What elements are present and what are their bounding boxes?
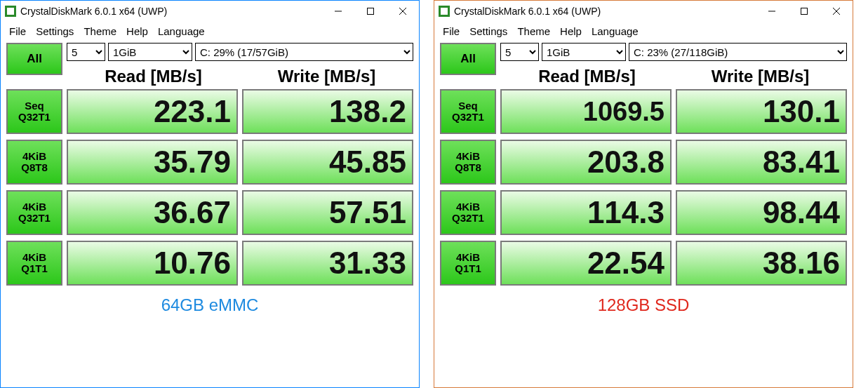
menu-theme[interactable]: Theme	[79, 24, 121, 39]
titlebar[interactable]: CrystalDiskMark 6.0.1 x64 (UWP)	[434, 1, 853, 22]
4kib-q1t1-write: 38.16	[676, 241, 847, 286]
menu-language[interactable]: Language	[154, 24, 209, 39]
run-all-button[interactable]: All	[6, 43, 62, 75]
4kib-q1t1-button[interactable]: 4KiB Q1T1	[6, 241, 62, 286]
seq-q32t1-write: 130.1	[676, 89, 847, 134]
4kib-q8t8-button[interactable]: 4KiB Q8T8	[440, 140, 496, 185]
caption-label: 64GB eMMC	[6, 295, 413, 315]
window-title: CrystalDiskMark 6.0.1 x64 (UWP)	[454, 6, 601, 17]
runs-select[interactable]: 5	[500, 43, 539, 61]
menubar: File Settings Theme Help Language	[1, 22, 419, 40]
write-header: Write [MB/s]	[240, 67, 413, 86]
4kib-q32t1-write: 98.44	[676, 190, 847, 235]
seq-q32t1-button[interactable]: Seq Q32T1	[6, 89, 62, 134]
menu-language[interactable]: Language	[587, 24, 643, 39]
svg-rect-5	[801, 8, 808, 15]
menubar: File Settings Theme Help Language	[434, 22, 853, 40]
window-crystaldiskmark-right: CrystalDiskMark 6.0.1 x64 (UWP) File Set…	[434, 0, 853, 388]
4kib-q8t8-read: 35.79	[67, 140, 238, 185]
seq-q32t1-read: 223.1	[67, 89, 238, 134]
caption-label: 128GB SSD	[440, 295, 847, 315]
maximize-button[interactable]	[788, 1, 820, 22]
4kib-q32t1-button[interactable]: 4KiB Q32T1	[6, 190, 62, 235]
maximize-button[interactable]	[354, 1, 387, 22]
app-icon	[439, 6, 450, 17]
4kib-q32t1-write: 57.51	[242, 190, 413, 235]
4kib-q32t1-read: 36.67	[67, 190, 238, 235]
read-header: Read [MB/s]	[500, 67, 674, 86]
4kib-q1t1-read: 22.54	[500, 241, 672, 286]
4kib-q1t1-write: 31.33	[242, 241, 413, 286]
run-all-button[interactable]: All	[440, 43, 496, 75]
read-header: Read [MB/s]	[67, 67, 240, 86]
window-crystaldiskmark-left: CrystalDiskMark 6.0.1 x64 (UWP) File Set…	[0, 0, 420, 388]
close-button[interactable]	[387, 1, 419, 22]
menu-file[interactable]: File	[5, 24, 30, 39]
menu-help[interactable]: Help	[122, 24, 152, 39]
4kib-q8t8-read: 203.8	[500, 140, 672, 185]
drive-select[interactable]: C: 23% (27/118GiB)	[629, 43, 847, 61]
minimize-button[interactable]	[322, 1, 354, 22]
menu-settings[interactable]: Settings	[465, 24, 512, 39]
4kib-q8t8-write: 83.41	[676, 140, 847, 185]
window-title: CrystalDiskMark 6.0.1 x64 (UWP)	[20, 6, 167, 17]
4kib-q32t1-button[interactable]: 4KiB Q32T1	[440, 190, 496, 235]
menu-file[interactable]: File	[439, 24, 464, 39]
4kib-q32t1-read: 114.3	[500, 190, 672, 235]
4kib-q1t1-read: 10.76	[67, 241, 238, 286]
size-select[interactable]: 1GiB	[108, 43, 192, 61]
4kib-q1t1-button[interactable]: 4KiB Q1T1	[440, 241, 496, 286]
titlebar[interactable]: CrystalDiskMark 6.0.1 x64 (UWP)	[1, 1, 419, 22]
size-select[interactable]: 1GiB	[542, 43, 626, 61]
seq-q32t1-write: 138.2	[242, 89, 413, 134]
menu-settings[interactable]: Settings	[32, 24, 78, 39]
seq-q32t1-button[interactable]: Seq Q32T1	[440, 89, 496, 134]
4kib-q8t8-write: 45.85	[242, 140, 413, 185]
app-icon	[5, 6, 16, 17]
close-button[interactable]	[820, 1, 853, 22]
write-header: Write [MB/s]	[674, 67, 847, 86]
runs-select[interactable]: 5	[67, 43, 105, 61]
menu-help[interactable]: Help	[556, 24, 586, 39]
menu-theme[interactable]: Theme	[513, 24, 554, 39]
svg-rect-1	[368, 8, 374, 15]
drive-select[interactable]: C: 29% (17/57GiB)	[195, 43, 413, 61]
seq-q32t1-read: 1069.5	[500, 89, 672, 134]
4kib-q8t8-button[interactable]: 4KiB Q8T8	[6, 140, 62, 185]
minimize-button[interactable]	[756, 1, 788, 22]
